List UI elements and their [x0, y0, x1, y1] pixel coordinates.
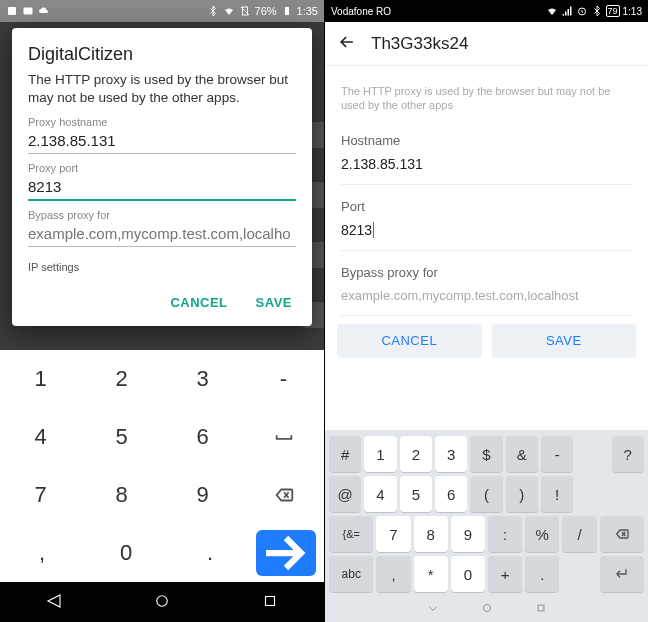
svg-rect-13 — [538, 605, 544, 611]
key-percent[interactable]: % — [525, 516, 559, 552]
key-hash[interactable]: # — [329, 436, 361, 472]
key-lparen[interactable]: ( — [470, 476, 502, 512]
key-bang[interactable]: ! — [541, 476, 573, 512]
alarm-icon — [576, 5, 588, 17]
svg-rect-1 — [24, 8, 33, 15]
key-comma[interactable]: , — [0, 524, 84, 582]
key-9[interactable]: 9 — [162, 466, 243, 524]
key-backspace[interactable] — [243, 466, 324, 524]
key-backspace[interactable] — [600, 516, 644, 552]
proxy-dialog: DigitalCitizen The HTTP proxy is used by… — [12, 28, 312, 326]
cancel-button[interactable]: CANCEL — [166, 287, 231, 318]
nav-back[interactable] — [45, 592, 63, 613]
hostname-input[interactable] — [28, 128, 296, 154]
form-actions: CANCEL SAVE — [325, 316, 648, 366]
save-button[interactable]: SAVE — [252, 287, 296, 318]
clock: 1:13 — [623, 6, 642, 17]
key-comma[interactable]: , — [376, 556, 410, 592]
key-plus[interactable]: + — [488, 556, 522, 592]
key-8[interactable]: 8 — [81, 466, 162, 524]
port-label: Port — [341, 199, 632, 214]
key-dash[interactable]: - — [243, 350, 324, 408]
key-colon[interactable]: : — [488, 516, 522, 552]
port-input[interactable] — [28, 174, 296, 201]
keyboard-right: # 1 2 3 $ & - ? @ 4 5 6 ( ) ! {&= 7 8 9 … — [325, 430, 648, 596]
hostname-input[interactable]: 2.138.85.131 — [341, 148, 632, 185]
key-submit[interactable] — [256, 530, 316, 576]
cancel-button[interactable]: CANCEL — [337, 324, 482, 358]
key-0[interactable]: 0 — [84, 524, 168, 582]
key-amp[interactable]: & — [506, 436, 538, 472]
hostname-label: Proxy hostname — [28, 116, 296, 128]
key-3[interactable]: 3 — [162, 350, 243, 408]
key-abc[interactable]: abc — [329, 556, 373, 592]
key-at[interactable]: @ — [329, 476, 361, 512]
key-1[interactable]: 1 — [0, 350, 81, 408]
key-4[interactable]: 4 — [364, 476, 396, 512]
nav-recent[interactable] — [261, 592, 279, 613]
svg-point-7 — [157, 595, 168, 606]
key-3[interactable]: 3 — [435, 436, 467, 472]
key-slash[interactable]: / — [562, 516, 596, 552]
bypass-input[interactable]: example.com,mycomp.test.com,localhost — [341, 280, 632, 316]
statusbar-right: Vodafone RO 79 1:13 — [325, 0, 648, 22]
signal-icon — [561, 5, 573, 17]
svg-rect-4 — [285, 7, 289, 15]
key-6[interactable]: 6 — [435, 476, 467, 512]
key-1[interactable]: 1 — [364, 436, 396, 472]
nav-home[interactable] — [480, 601, 494, 618]
key-symbols[interactable]: {&= — [329, 516, 373, 552]
svg-rect-0 — [8, 7, 16, 15]
bypass-label: Bypass proxy for — [341, 265, 632, 280]
bypass-input[interactable] — [28, 221, 296, 247]
phone-left: 76% 1:35 HUAWEI-U3At DigitalCitizen The … — [0, 0, 325, 622]
key-2[interactable]: 2 — [81, 350, 162, 408]
key-star[interactable]: * — [414, 556, 448, 592]
nav-recent[interactable] — [534, 601, 548, 618]
proxy-form: The HTTP proxy is used by the browser bu… — [325, 66, 648, 316]
wifi-icon — [546, 5, 558, 17]
key-8[interactable]: 8 — [414, 516, 448, 552]
key-dollar[interactable]: $ — [470, 436, 502, 472]
key-dash[interactable]: - — [541, 436, 573, 472]
ip-settings-label: IP settings — [28, 261, 296, 273]
key-7[interactable]: 7 — [0, 466, 81, 524]
image-icon — [22, 5, 34, 17]
no-sim-icon — [239, 5, 251, 17]
bypass-label: Bypass proxy for — [28, 209, 296, 221]
hostname-label: Hostname — [341, 133, 632, 148]
key-6[interactable]: 6 — [162, 408, 243, 466]
android-navbar — [325, 596, 648, 622]
key-period[interactable]: . — [168, 524, 252, 582]
port-input[interactable]: 8213 — [341, 214, 632, 251]
key-9[interactable]: 9 — [451, 516, 485, 552]
carrier-label: Vodafone RO — [331, 6, 391, 17]
wifi-icon — [223, 5, 235, 17]
clock: 1:35 — [297, 5, 318, 17]
key-rparen[interactable]: ) — [506, 476, 538, 512]
back-button[interactable] — [337, 32, 357, 55]
bluetooth-icon — [207, 5, 219, 17]
key-5[interactable]: 5 — [400, 476, 432, 512]
key-enter[interactable] — [600, 556, 644, 592]
key-period[interactable]: . — [525, 556, 559, 592]
numeric-keyboard: 1 2 3 - 4 5 6 7 8 9 , 0 . — [0, 350, 324, 582]
key-5[interactable]: 5 — [81, 408, 162, 466]
key-space[interactable] — [243, 408, 324, 466]
page-title: Th3G33ks24 — [371, 34, 468, 54]
svg-rect-8 — [266, 596, 275, 605]
key-question[interactable]: ? — [612, 436, 644, 472]
battery-icon — [281, 5, 293, 17]
save-button[interactable]: SAVE — [492, 324, 637, 358]
key-2[interactable]: 2 — [400, 436, 432, 472]
nav-back[interactable] — [426, 601, 440, 618]
port-label: Proxy port — [28, 162, 296, 174]
nav-home[interactable] — [153, 592, 171, 613]
key-7[interactable]: 7 — [376, 516, 410, 552]
form-description: The HTTP proxy is used by the browser bu… — [341, 78, 632, 125]
key-0[interactable]: 0 — [451, 556, 485, 592]
cloud-icon — [38, 5, 50, 17]
svg-point-12 — [483, 604, 490, 611]
statusbar-left: 76% 1:35 — [0, 0, 324, 22]
key-4[interactable]: 4 — [0, 408, 81, 466]
